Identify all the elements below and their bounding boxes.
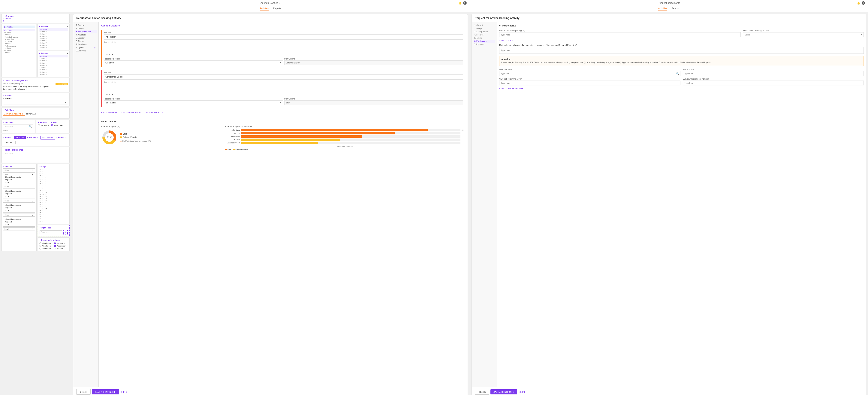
skip-button-agenda[interactable]: SKIP ▶ [120,391,127,393]
stepper-item-1[interactable]: 1. Context [75,24,97,27]
tab-activities-agenda[interactable]: Activities [260,7,269,11]
tab-materials[interactable]: MATERIALS [25,112,37,116]
primary-button[interactable]: PRIMARY [14,136,26,139]
back-button-participants[interactable]: ◀ BACK [475,389,489,395]
gsk-rationale-input[interactable] [683,81,864,85]
gsk-staff-name-input[interactable] [499,71,680,76]
stepper-item-9[interactable]: 9 Approvers [75,49,97,52]
item-desc-value-2[interactable] [104,84,463,91]
add-another-link[interactable]: + ADD ANOTHER [101,111,117,114]
bell-icon-right[interactable]: 🔔 [857,1,860,4]
settings-icon[interactable]: ⚙ [463,1,467,5]
item-desc-value-1[interactable] [104,44,463,51]
participants-title: Request participants [658,1,680,4]
attention-title: Attention [501,58,862,60]
responsible-value-1[interactable]: Gill Smith ▼ [104,60,283,65]
table-title: Table / Row / Single / Text [5,80,28,82]
number-ee-select[interactable]: Select ▼ [743,32,864,37]
in-progress-badge: IN PROGRESS [56,83,68,85]
rationale-label: Rationale for inclusion, what expertise … [499,44,864,46]
responsible-value-2[interactable]: Ian Randall ▼ [104,101,283,105]
item-title-label-1: Item title [104,32,463,34]
pair-radio-1: Placeholder [42,243,51,244]
item-desc-label-1: Item description [104,41,463,43]
tab-reports-participants[interactable]: Reports [672,7,680,11]
search-icon: 🔍 [29,125,32,128]
p-stepper-1[interactable]: 1. Context [473,24,495,27]
p-stepper-3[interactable]: 3. Activity details [473,30,495,33]
tab-activity-info[interactable]: ACTIVITY INFORMATION [3,112,25,116]
input-hint: Notes [3,129,33,131]
gsk-role-input[interactable] [499,81,680,85]
bar-legend-ee: External Experts [236,149,248,151]
role-ee-input[interactable] [499,32,741,37]
single-title: Singl... [41,166,48,168]
add-staff-link[interactable]: + ADD A STAFF MEMBER [499,87,864,89]
warning-text: Staff Activities should not exceed 60% [122,140,151,142]
save-continue-button-agenda[interactable]: SAVE & CONTINUE ▶ [92,389,119,394]
secondary-button[interactable]: SECONDARY [40,136,55,140]
agenda-form-title: Request for Advice Seeking Activity [76,17,465,20]
download-pdf-link[interactable]: DOWNLOAD AS PDF [120,111,141,114]
activity-title-demo: Advice seeking activity title [3,83,54,85]
staff-external-value-2: Staff [284,101,463,105]
gsk-staff-name-label: GSK staff name [499,68,680,70]
tab-reports-agenda[interactable]: Reports [273,7,281,11]
pair-radio-title: Pair of radio buttons [41,239,60,241]
stepper-item-8[interactable]: 8. Agenda ▶ [75,46,97,49]
save-continue-button-participants[interactable]: SAVE & CONTINUE ▶ [491,389,517,394]
download-xls-link[interactable]: DOWNLOAD AS XLS [144,111,163,114]
skip-button-participants[interactable]: SKIP ▶ [519,391,526,393]
tertiary-button[interactable]: TERTIARY [3,141,16,144]
activity-time-1[interactable]: 15 min ▼ [104,53,115,56]
time-tracking-title: Time Tracking [101,120,465,123]
p-stepper-5[interactable]: 5. Timing [473,37,495,39]
radio-b-title: Radio b... [40,121,48,123]
stepper-item-3[interactable]: 3. Activity details [75,30,97,33]
responsible-label-1: Responsible person [104,58,283,60]
radio-title: Radio ... [53,121,60,123]
side-me-2-title: Side me... [41,52,50,54]
pair-radio-4: Placeholder [57,245,66,247]
bell-icon[interactable]: 🔔 [459,1,462,4]
attention-text: Please note, for Advisory Boards, GSK St… [501,61,862,64]
tab-activities-participants[interactable]: Activities [658,7,667,11]
stepper-item-6[interactable]: 6. Timing [75,40,97,43]
demo-text: Lorem ipsum dolor sit adipiscing. Praese… [3,85,54,90]
p-stepper-4[interactable]: 4. Location [473,33,495,36]
total-time-individual-title: Total Time Spent by Individual [225,125,465,128]
legend-ee: External Experts [123,136,137,138]
chevron-right-icon-2: ▶ [67,26,68,28]
participants-form-title: Request for Advice Seeking Activity [475,17,863,20]
staff-external-label-2: Staff/External [284,98,463,100]
staff-external-value-1: External Expert [284,60,463,65]
rationale-input[interactable] [499,47,864,54]
add-role-link[interactable]: + ADD A ROLE [499,39,864,42]
pair-radio-2: Placeholder [57,243,66,244]
stepper-item-2[interactable]: 2. Budget [75,27,97,30]
item-title-label-2: Item title [104,72,463,74]
p-stepper-7[interactable]: 7 Approvers [473,43,495,46]
radio-placeholder-1: Placeholder [41,124,50,126]
gsk-staff-title-label: GSK staff title [683,68,864,70]
agenda-capture-title: Agenda Capture 3 [260,1,280,4]
item-title-value-2[interactable]: Compliance Update [104,74,463,80]
activity-time-2[interactable]: 20 min ▼ [104,93,115,96]
tab-two-title: Tab / Two [5,109,14,111]
stepper-item-7[interactable]: 7 Participants [75,43,97,46]
search-icon-gsk: 🔍 [676,72,679,75]
stepper-item-4[interactable]: 4. Materials [75,33,97,36]
settings-icon-right[interactable]: ⚙ [862,1,865,5]
responsible-label-2: Responsible person [104,98,283,100]
gsk-staff-title-input[interactable] [683,71,864,76]
pair-radio-3: Placeholder [42,245,51,247]
side-me-1-title: Side me... [41,26,50,28]
agenda-section-subtitle: Agenda Capture [101,24,465,27]
back-button-agenda[interactable]: ◀ BACK [76,389,91,395]
stepper-item-5[interactable]: 5. Location [75,37,97,39]
p-stepper-2[interactable]: 2. Budget [473,27,495,30]
text-field-title: Text field/three lines [5,149,23,151]
p-stepper-6[interactable]: 6. Participants [473,40,495,43]
item-title-value-1[interactable]: Introduction [104,34,463,39]
input-field-box-title: Input Field [41,227,51,229]
